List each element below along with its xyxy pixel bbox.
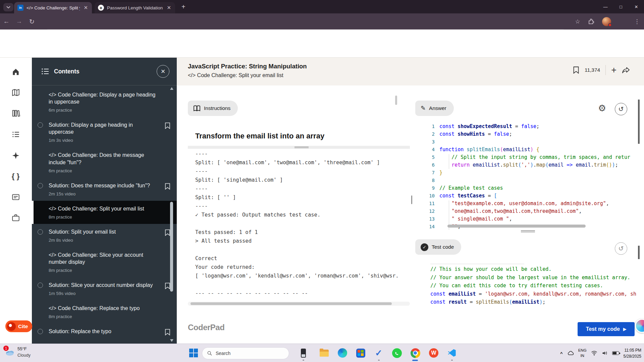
taskbar-edge-icon[interactable] [337, 348, 348, 358]
code-line[interactable]: 3 [417, 138, 636, 145]
new-tab-icon[interactable]: + [181, 3, 185, 10]
close-icon[interactable]: ✕ [157, 65, 169, 78]
code-line[interactable]: 1const showExpectedResult = false; [417, 122, 636, 130]
browser-menu-icon[interactable]: ⋮ [632, 13, 642, 29]
sidebar-item[interactable]: </> Code Challenge: Does the message inc… [32, 147, 177, 177]
window-close-icon[interactable]: ✕ [629, 0, 644, 13]
scroll-up-icon[interactable] [170, 87, 173, 90]
editor-vscrollbar[interactable] [638, 246, 640, 259]
sidebar-item[interactable]: Solution: Does the message include "fun"… [32, 178, 177, 201]
code-line[interactable]: // This is how your code will be called. [430, 265, 637, 274]
code-line[interactable]: 13 " single@mail.com ", [417, 215, 636, 223]
panel-resize-divider[interactable] [188, 146, 410, 149]
console-vscrollbar[interactable] [395, 96, 397, 105]
battery-icon[interactable] [612, 351, 619, 355]
sidebar-item[interactable]: Solution: Split your email list2m 8s vid… [32, 224, 177, 247]
code-line[interactable]: 2const showHints = false; [417, 130, 636, 138]
bookmark-star-icon[interactable]: ☆ [572, 13, 584, 29]
code-line[interactable]: 9// Example test cases [417, 184, 636, 192]
code-line[interactable]: 6 return emailList.split(',').map(email … [417, 161, 636, 169]
share-icon[interactable] [622, 67, 630, 74]
editor-vscrollbar[interactable] [638, 100, 640, 144]
code-line[interactable]: // Your answer should be the largest val… [430, 274, 637, 282]
taskbar-todo-icon[interactable]: ✓ [373, 348, 384, 358]
taskbar-vscode-icon[interactable] [446, 348, 457, 358]
add-button[interactable]: + [611, 66, 616, 74]
code-braces-icon[interactable]: { } [10, 171, 21, 182]
code-line[interactable]: 4function splitEmails(emailList) { [417, 145, 636, 153]
code-line[interactable]: const emailList = 'logan@wsr.com, kendal… [430, 290, 637, 298]
home-icon[interactable] [10, 66, 21, 77]
tab-close-icon[interactable]: ✕ [166, 5, 172, 11]
reset-test-code-icon[interactable]: ↺ [615, 242, 627, 255]
tab-answer[interactable]: ✎ Answer [415, 101, 454, 116]
list-icon[interactable] [10, 129, 21, 140]
weather-widget[interactable]: 1 55°F Cloudy [5, 346, 31, 358]
browser-profile-avatar[interactable] [600, 13, 613, 29]
code-line[interactable]: 5 // Split the input string by commas, t… [417, 153, 636, 161]
code-line[interactable]: 12 "one@mail.com,two@mail.com,three@mail… [417, 207, 636, 215]
reload-icon[interactable]: ↻ [25, 18, 38, 25]
sidebar-item[interactable]: Solution: Replace the typo [32, 323, 177, 340]
language-indicator[interactable]: ENGIN [578, 348, 587, 358]
map-icon[interactable] [10, 87, 21, 98]
window-minimize-icon[interactable]: — [598, 0, 613, 13]
taskbar-whatsapp-icon[interactable] [391, 348, 402, 358]
code-line[interactable]: 8 [417, 176, 636, 184]
sidebar-item[interactable]: </> Code Challenge: Slice your account n… [32, 247, 177, 277]
taskbar-file-explorer-icon[interactable] [319, 348, 329, 358]
taskbar-search[interactable]: Search [202, 347, 289, 359]
taskbar-w-office-icon[interactable]: W [428, 348, 439, 358]
browser-tab-inactive[interactable]: ∗ Password Length Validation ✕ [95, 2, 175, 13]
extension-pinwheel-icon[interactable] [635, 319, 644, 333]
taskbar-microsoft-store-icon[interactable] [355, 348, 366, 358]
forward-icon[interactable]: → [13, 18, 25, 25]
taskbar-chrome-icon[interactable] [410, 348, 421, 358]
scrollbar-thumb[interactable] [170, 202, 173, 292]
bookmark-icon[interactable] [573, 66, 579, 74]
wifi-icon[interactable] [591, 351, 597, 356]
windows-start-icon[interactable] [189, 348, 198, 358]
volume-icon[interactable] [602, 351, 608, 356]
test-code-editor[interactable]: // This is how your code will be called.… [430, 265, 637, 307]
sidebar-item[interactable]: Solution: Display a page heading in uppe… [32, 117, 177, 147]
tray-expand-icon[interactable]: ^ [560, 351, 563, 356]
briefcase-icon[interactable] [10, 213, 21, 223]
sidebar-item[interactable]: Solution: Slice your account number disp… [32, 277, 177, 300]
scroll-down-icon[interactable] [170, 339, 173, 342]
console-hscrollbar[interactable] [188, 302, 410, 306]
sidebar-item[interactable]: </> Code Challenge: Display a page headi… [32, 87, 177, 117]
editor-settings-gear-icon[interactable]: ⚙ [598, 103, 606, 114]
window-maximize-icon[interactable]: □ [613, 0, 629, 13]
code-line[interactable]: 10const testCases = [ [417, 192, 636, 199]
vertical-resize-handle[interactable] [411, 195, 412, 204]
sparkle-icon[interactable] [10, 150, 21, 161]
sidebar-scrollbar[interactable] [170, 86, 174, 343]
back-icon[interactable]: ← [0, 18, 13, 25]
tab-test-code[interactable]: ✓ Test code [415, 239, 461, 255]
answer-code-editor[interactable]: 1const showExpectedResult = false;2const… [417, 122, 636, 234]
tab-instructions[interactable]: Instructions [188, 101, 238, 116]
taskbar-phone-link-icon[interactable] [298, 348, 309, 358]
library-icon[interactable] [10, 108, 21, 119]
tab-close-icon[interactable]: ✕ [83, 5, 89, 11]
item-title: </> Code Challenge: Does the message inc… [49, 152, 159, 166]
drag-handle-icon[interactable] [294, 146, 309, 148]
cite-button[interactable]: Cite [5, 320, 32, 332]
extensions-icon[interactable] [585, 13, 597, 29]
code-line[interactable]: // You can edit this code to try differe… [430, 282, 637, 290]
scrollbar-thumb[interactable] [191, 302, 392, 305]
onedrive-cloud-icon[interactable] [567, 351, 574, 356]
browser-tab-active[interactable]: in </> Code Challenge: Split your ✕ [14, 2, 92, 13]
code-line[interactable]: const result = splitEmails(emailList); [430, 298, 637, 306]
reset-code-icon[interactable]: ↺ [615, 103, 627, 115]
tab-search-icon[interactable] [3, 3, 13, 11]
sidebar-item[interactable]: </> Code Challenge: Replace the typo8m p… [32, 300, 177, 323]
code-line[interactable]: 7} [417, 169, 636, 176]
editor-hscrollbar[interactable] [447, 225, 586, 228]
code-line[interactable]: 11 "test@example.com, user@domain.com, a… [417, 199, 636, 207]
certificate-card-icon[interactable] [10, 192, 21, 202]
clock[interactable]: 11:05 PM 5/28/2025 [624, 347, 641, 359]
test-my-code-button[interactable]: Test my code▶ [578, 322, 635, 336]
sidebar-item[interactable]: </> Code Challenge: Split your email lis… [32, 201, 177, 224]
